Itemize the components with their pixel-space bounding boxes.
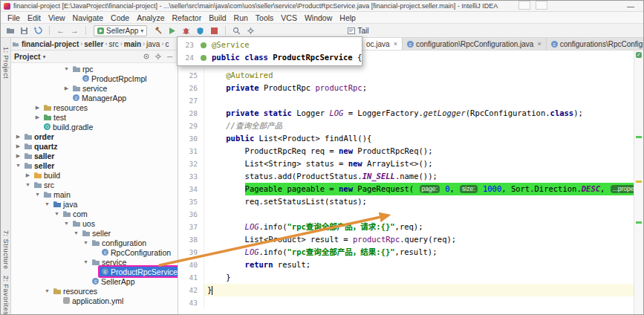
code-line-25[interactable]: 25 @Autowired (178, 69, 643, 82)
tree-item-java[interactable]: ▼java (11, 199, 178, 209)
tail-window-button[interactable]: Tail (348, 27, 368, 35)
debug-button[interactable] (180, 25, 192, 36)
tree-item-configuration[interactable]: ▼configuration (11, 238, 178, 247)
chevron-expanded-icon[interactable]: ▼ (62, 221, 71, 226)
tree-item-productrpcimpl[interactable]: cProductRpcImpl (11, 74, 178, 83)
chevron-expanded-icon[interactable]: ▼ (82, 259, 90, 264)
chevron-collapsed-icon[interactable]: ▶ (14, 143, 22, 149)
run-config-select[interactable]: SellerApp ▾ (94, 25, 147, 36)
editor-tab-configurations-rpcconfiguration-java[interactable]: cconfigurations\RpcConfiguration.java× (547, 38, 643, 50)
code-line-33[interactable]: 33 status.add(ProductStatus.IN_SELL.name… (178, 170, 643, 183)
line-number[interactable]: 31 (178, 145, 204, 158)
line-number[interactable]: 42 (178, 284, 204, 296)
menu-edit[interactable]: Edit (24, 13, 45, 22)
chevron-collapsed-icon[interactable]: ▶ (62, 85, 71, 91)
code-line-41[interactable]: 41 } (178, 271, 643, 284)
code-line-40[interactable]: 40 return result; (178, 259, 643, 271)
chevron-expanded-icon[interactable]: ▼ (43, 201, 51, 207)
breadcrumb-item-seller[interactable]: seller (84, 40, 103, 48)
menu-analyze[interactable]: Analyze (133, 13, 168, 22)
line-number[interactable]: 32 (178, 158, 204, 170)
menu-file[interactable]: File (4, 13, 24, 22)
code-line-30[interactable]: 30 public List<Product> findAll(){ (178, 132, 643, 145)
chevron-collapsed-icon[interactable]: ▶ (33, 114, 42, 120)
chevron-collapsed-icon[interactable]: ▶ (14, 153, 22, 159)
panel-settings-button[interactable] (153, 52, 163, 61)
editor-scrollbar[interactable]: ✓ (634, 51, 643, 315)
sync-button[interactable] (32, 25, 45, 36)
tree-item-com[interactable]: ▼com (11, 209, 178, 218)
tool-window-button-7-structure[interactable]: 7: Structure (2, 230, 10, 270)
tree-item-build[interactable]: ▶build (11, 170, 178, 180)
tree-item-application-yml[interactable]: application.yml (11, 296, 178, 305)
run-button[interactable] (166, 25, 178, 36)
code-line-28[interactable]: 28 private static Logger LOG = LoggerFac… (178, 107, 643, 120)
chevron-collapsed-icon[interactable]: ▶ (14, 134, 22, 140)
code-line-32[interactable]: 32 List<String> status = new ArrayList<>… (178, 158, 643, 170)
chevron-expanded-icon[interactable]: ▼ (24, 182, 32, 187)
code-line-27[interactable]: 27 (178, 94, 643, 107)
stop-button[interactable] (208, 25, 221, 36)
editor-tab-oc-java[interactable]: oc.java× (362, 38, 403, 50)
menu-refactor[interactable]: Refactor (169, 13, 206, 22)
breadcrumb-item-src[interactable]: src (108, 40, 118, 48)
minimize-button[interactable]: — (621, 2, 640, 10)
menu-run[interactable]: Run (230, 13, 252, 22)
line-number[interactable]: 27 (178, 94, 204, 107)
close-icon[interactable]: × (394, 40, 397, 48)
settings-button[interactable] (244, 25, 257, 36)
save-all-button[interactable] (18, 25, 30, 36)
tool-window-button-2-favorites[interactable]: 2: Favorites (2, 276, 10, 315)
tool-window-button-1-project[interactable]: 1: Project (2, 47, 10, 79)
build-button[interactable] (152, 25, 164, 36)
code-line-43[interactable]: 43 (178, 296, 643, 309)
line-number[interactable]: 36 (178, 208, 204, 221)
code-editor[interactable]: 25 @Autowired26 private ProductRpc produ… (178, 51, 643, 315)
chevron-expanded-icon[interactable]: ▼ (72, 230, 80, 236)
line-number[interactable]: 24 (178, 51, 200, 64)
chevron-expanded-icon[interactable]: ▼ (53, 211, 61, 216)
code-line-31[interactable]: 31 ProductRpcReq req = new ProductRpcReq… (178, 145, 643, 158)
tree-item-rpcconfiguration[interactable]: cRpcConfiguration (11, 247, 178, 257)
tree-item-sellerapp[interactable]: cSellerApp (11, 276, 178, 286)
chevron-collapsed-icon[interactable]: ▶ (33, 105, 42, 111)
line-number[interactable]: 38 (178, 233, 204, 246)
tree-item-productrpcservice[interactable]: cProductRpcService (11, 267, 178, 276)
code-line-39[interactable]: 39 LOG.info("rpc查询全部产品，结果:{}",result); (178, 246, 643, 259)
tree-item-rpc[interactable]: ▼rpc (11, 64, 178, 74)
tree-item-service[interactable]: ▼service (11, 257, 178, 267)
open-button[interactable] (4, 25, 16, 36)
tree-item-build-gradle[interactable]: Gbuild.gradle (11, 122, 178, 131)
breadcrumb-item-c[interactable]: c (165, 40, 169, 48)
code-line-42[interactable]: 42} (178, 284, 643, 296)
line-number[interactable]: 37 (178, 221, 204, 233)
code-line-38[interactable]: 38 List<Product> result = productRpc.que… (178, 233, 643, 246)
back-button[interactable]: ← (54, 25, 67, 36)
coverage-button[interactable] (194, 25, 206, 36)
breadcrumb-item-main[interactable]: main (124, 40, 141, 48)
tree-item-resources[interactable]: ▼resources (11, 286, 178, 296)
search-button[interactable] (230, 25, 243, 36)
breadcrumb-item-financial-project[interactable]: financial-project (22, 40, 79, 48)
chevron-down-icon[interactable]: ▾ (43, 53, 46, 60)
line-number[interactable]: 29 (178, 120, 204, 132)
tree-item-order[interactable]: ▶order (11, 131, 178, 141)
menu-window[interactable]: Window (301, 13, 336, 22)
locate-file-button[interactable] (141, 52, 151, 61)
line-number[interactable]: 28 (178, 107, 204, 120)
menu-code[interactable]: Code (107, 13, 133, 22)
menu-build[interactable]: Build (205, 13, 230, 22)
forward-button[interactable]: → (68, 25, 81, 36)
line-number[interactable]: 35 (178, 195, 204, 208)
editor-tab-configuration-rpcconfiguration-java[interactable]: cconfiguration\RpcConfiguration.java× (403, 38, 547, 50)
tree-item-service[interactable]: ▶service (11, 83, 178, 93)
code-line-24[interactable]: 24public class ProductRpcService { (178, 51, 362, 64)
tree-item-seller[interactable]: ▼seller (11, 160, 178, 170)
line-number[interactable]: 33 (178, 170, 204, 183)
tree-item-saller[interactable]: ▶saller (11, 151, 178, 160)
menu-tools[interactable]: Tools (252, 13, 278, 22)
code-line-35[interactable]: 35 req.setStatusList(status); (178, 195, 643, 208)
tree-item-quartz[interactable]: ▶quartz (11, 141, 178, 151)
tree-item-src[interactable]: ▼src (11, 180, 178, 189)
line-number[interactable]: 30 (178, 132, 204, 145)
